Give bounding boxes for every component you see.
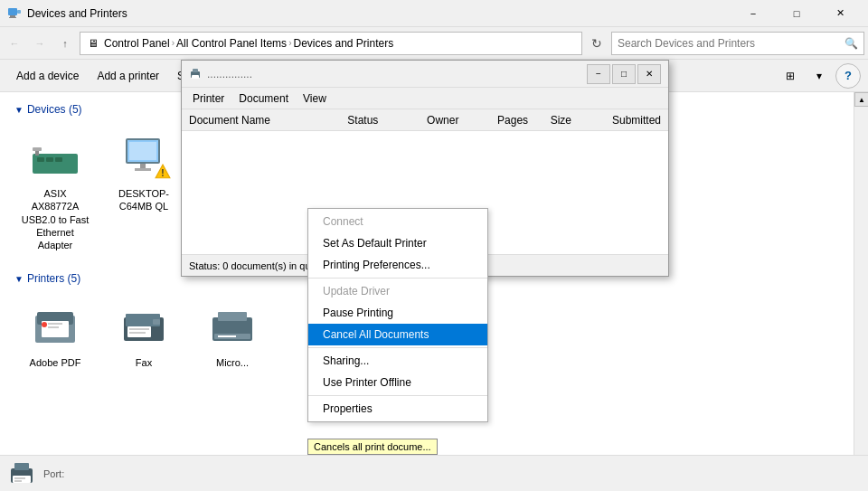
col-status: Status [344, 114, 423, 127]
printers-section-title: Printers (5) [27, 272, 80, 285]
micro-label: Micro... [216, 356, 249, 369]
add-device-button[interactable]: Add a device [7, 63, 88, 89]
ctx-printing-preferences[interactable]: Printing Preferences... [308, 254, 487, 276]
path-segment-3: Devices and Printers [293, 37, 393, 50]
search-input[interactable] [618, 37, 844, 50]
tooltip-text: Cancels all print docume... [314, 441, 431, 452]
dialog-menu-view[interactable]: View [296, 89, 334, 109]
adobe-pdf-icon [26, 298, 84, 356]
status-bar: Port: [0, 455, 868, 491]
svg-rect-38 [192, 75, 199, 79]
window-title: Devices and Printers [27, 7, 127, 20]
minimize-button[interactable]: − [732, 0, 774, 27]
maximize-button[interactable]: □ [776, 0, 817, 27]
toolbar-right: ⊞ ▾ ? [778, 63, 861, 89]
ctx-use-offline[interactable]: Use Printer Offline [308, 372, 487, 393]
desktop-label: DESKTOP-C64MB QL [109, 187, 178, 213]
network-adapter-icon [26, 129, 84, 187]
device-item-network-adapter[interactable]: ASIX AX88772A USB2.0 to Fast Ethernet Ad… [14, 123, 96, 258]
fax-label: Fax [136, 356, 152, 369]
svg-rect-33 [218, 312, 247, 321]
printer-item-adobe-pdf[interactable]: Adobe PDF [14, 292, 96, 375]
right-scroll-up[interactable]: ▲ [854, 92, 868, 107]
dialog-close-button[interactable]: ✕ [637, 64, 661, 84]
dialog-title-left: ............... [189, 68, 252, 80]
address-bar: ← → ↑ 🖥 Control Panel › All Control Pane… [0, 27, 868, 60]
ctx-update-driver[interactable]: Update Driver [308, 280, 487, 302]
svg-rect-0 [8, 8, 17, 15]
svg-rect-9 [33, 147, 42, 151]
path-separator-1: › [172, 38, 175, 48]
right-scrollbar[interactable]: ▲ [854, 92, 868, 455]
device-item-desktop[interactable]: ! DESKTOP-C64MB QL [103, 123, 184, 258]
address-path[interactable]: 🖥 Control Panel › All Control Panel Item… [80, 32, 582, 55]
dialog-columns: Document Name Status Owner Pages Size Su… [182, 109, 668, 131]
svg-rect-4 [33, 154, 78, 174]
svg-rect-24 [48, 323, 62, 325]
context-menu: Connect Set As Default Printer Printing … [307, 208, 488, 422]
search-icon: 🔍 [844, 37, 858, 50]
warning-badge: ! [155, 164, 171, 180]
svg-rect-3 [17, 10, 21, 14]
path-segment-1: Control Panel [104, 37, 170, 50]
svg-rect-40 [14, 463, 29, 470]
adobe-pdf-label: Adobe PDF [30, 356, 81, 369]
fax-icon [115, 298, 173, 356]
app-icon [7, 6, 22, 21]
printer-item-fax[interactable]: Fax [103, 292, 184, 375]
status-port-label: Port: [43, 468, 64, 479]
svg-rect-2 [9, 17, 16, 18]
ctx-set-default[interactable]: Set As Default Printer [308, 232, 487, 254]
svg-rect-35 [218, 335, 236, 337]
status-bar-line2: Port: [43, 468, 64, 479]
svg-rect-29 [153, 319, 160, 325]
up-button[interactable]: ↑ [54, 33, 76, 54]
svg-rect-7 [55, 157, 62, 162]
dialog-status-text: Status: 0 document(s) in queue [189, 260, 327, 271]
help-button[interactable]: ? [835, 63, 861, 89]
dialog-controls: − □ ✕ [587, 64, 661, 84]
network-adapter-label: ASIX AX88772A USB2.0 to Fast Ethernet Ad… [21, 187, 90, 251]
svg-rect-12 [129, 142, 156, 160]
search-box[interactable]: 🔍 [611, 32, 864, 55]
ctx-pause-printing[interactable]: Pause Printing [308, 302, 487, 324]
view-dropdown-button[interactable]: ▾ [807, 63, 832, 89]
dialog-title-text: ............... [207, 68, 252, 80]
ctx-sharing[interactable]: Sharing... [308, 350, 487, 372]
path-separator-2: › [288, 38, 291, 48]
dialog-menu-printer[interactable]: Printer [185, 89, 231, 109]
status-bar-info: Port: [43, 468, 64, 479]
forward-button[interactable]: → [29, 33, 51, 54]
view-toggle-button[interactable]: ⊞ [778, 63, 803, 89]
path-icon: 🖥 [86, 36, 100, 51]
close-button[interactable]: ✕ [819, 0, 861, 27]
svg-rect-1 [10, 15, 15, 17]
refresh-button[interactable]: ↻ [586, 33, 608, 54]
col-document-name: Document Name [185, 114, 344, 127]
dialog-maximize-button[interactable]: □ [612, 64, 636, 84]
title-controls: − □ ✕ [732, 0, 861, 27]
ctx-cancel-all[interactable]: Cancel All Documents [308, 324, 487, 345]
col-pages: Pages [494, 114, 547, 127]
svg-rect-25 [48, 326, 59, 328]
svg-rect-43 [14, 480, 22, 482]
svg-rect-14 [135, 168, 151, 171]
svg-rect-42 [14, 477, 25, 479]
dialog-menu-document[interactable]: Document [231, 89, 296, 109]
back-button[interactable]: ← [4, 33, 25, 54]
svg-rect-37 [193, 69, 198, 72]
ctx-connect[interactable]: Connect [308, 211, 487, 232]
path-segment-2: All Control Panel Items [176, 37, 287, 50]
svg-rect-6 [46, 157, 53, 162]
path-segments: Control Panel › All Control Panel Items … [104, 37, 393, 50]
micro-printer-icon [203, 298, 261, 356]
add-printer-button[interactable]: Add a printer [88, 63, 168, 89]
tooltip: Cancels all print docume... [307, 439, 438, 455]
svg-text:!: ! [161, 168, 164, 178]
ctx-properties[interactable]: Properties [308, 398, 487, 420]
svg-rect-5 [37, 157, 44, 162]
col-size: Size [547, 114, 609, 127]
title-bar-left: Devices and Printers [7, 6, 127, 21]
printer-item-micro[interactable]: Micro... [192, 292, 273, 375]
dialog-minimize-button[interactable]: − [587, 64, 610, 84]
